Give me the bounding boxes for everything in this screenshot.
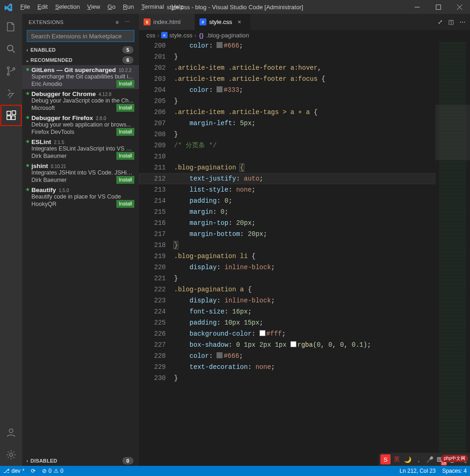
extension-item[interactable]: ★Beautify1.5.0Beautify code in place for… [22, 185, 139, 209]
extension-publisher: Microsoft [31, 105, 116, 111]
code-line[interactable]: 217 margin-bottom: 20px; [139, 229, 435, 240]
close-button[interactable] [449, 0, 470, 14]
section-disabled[interactable]: › DISABLED 0 [22, 456, 139, 466]
extensions-search-input[interactable] [27, 30, 134, 42]
section-enabled[interactable]: › ENABLED 5 [22, 45, 139, 55]
status-cursor[interactable]: Ln 212, Col 23 [397, 468, 439, 474]
code-editor[interactable]: 200 color: #666;201}202.article-item .ar… [139, 40, 435, 466]
tab-css[interactable]: #style.css× [195, 14, 251, 30]
code-line[interactable]: 220 display: inline-block; [139, 262, 435, 273]
code-line[interactable]: 214 padding: 0; [139, 195, 435, 206]
tab-html[interactable]: 5index.html× [139, 14, 195, 30]
code-line[interactable]: 227 box-shadow: 0 1px 2px 1px rgba(0, 0,… [139, 339, 435, 350]
activitybar-account[interactable] [0, 422, 22, 444]
minimap[interactable] [435, 40, 470, 466]
extension-item[interactable]: ★Debugger for Firefox2.8.0Debug your web… [22, 113, 139, 137]
activitybar-explorer[interactable] [0, 16, 22, 38]
activitybar-settings[interactable] [0, 444, 22, 466]
status-problems[interactable]: ⊘0⚠0 [39, 468, 66, 474]
extension-version: 1.5.0 [59, 188, 69, 193]
tray-icon[interactable]: 🌙 [403, 454, 413, 464]
menu-view[interactable]: View [84, 0, 104, 14]
tray-mic-icon[interactable]: 🎤 [425, 454, 435, 464]
editor-more-icon[interactable]: ⋯ [459, 18, 465, 25]
menu-file[interactable]: File [17, 0, 34, 14]
code-line[interactable]: 219.blog-pagination li { [139, 251, 435, 262]
status-spaces[interactable]: Spaces: 4 [439, 468, 470, 474]
code-line[interactable]: 224 font-size: 16px; [139, 306, 435, 317]
code-line[interactable]: 228 color: #666; [139, 350, 435, 362]
extension-item[interactable]: ★jshint0.10.21Integrates JSHint into VS … [22, 161, 139, 185]
activitybar-debug[interactable] [0, 82, 22, 104]
extension-desc: Beautify code in place for VS Code [31, 193, 134, 200]
code-line[interactable]: 226 background-color: #fff; [139, 328, 435, 339]
activitybar-scm[interactable] [0, 60, 22, 82]
maximize-button[interactable] [428, 0, 449, 14]
code-line[interactable]: 225 padding: 10px 15px; [139, 317, 435, 328]
code-line[interactable]: 223 display: inline-block; [139, 295, 435, 306]
install-button[interactable]: Install [116, 128, 134, 136]
more-icon[interactable]: ⋯ [122, 19, 133, 25]
code-line[interactable]: 230} [139, 373, 435, 384]
code-line[interactable]: 201} [139, 51, 435, 62]
activitybar-search[interactable] [0, 38, 22, 60]
extension-item[interactable]: ★GitLens — Git supercharged10.2.2Superch… [22, 65, 139, 89]
code-line[interactable]: 221} [139, 273, 435, 284]
code-line[interactable]: 207 margin-left: 5px; [139, 118, 435, 129]
breadcrumb-bar[interactable]: css› #style.css› {}.blog-pagination [139, 30, 470, 40]
install-button[interactable]: Install [116, 176, 134, 184]
install-button[interactable]: Install [116, 104, 134, 112]
install-button[interactable]: Install [116, 80, 134, 88]
activitybar-extensions[interactable] [0, 104, 22, 127]
code-line[interactable]: 205} [139, 96, 435, 107]
install-button[interactable]: Install [116, 152, 134, 160]
code-line[interactable]: 209/* 分页条 */ [139, 140, 435, 151]
menu-go[interactable]: Go [104, 0, 119, 14]
code-line[interactable]: 210 [139, 151, 435, 162]
menu-terminal[interactable]: Terminal [138, 0, 168, 14]
tab-label: index.html [153, 18, 181, 25]
code-line[interactable]: 203.article-item .article-footer a:focus… [139, 73, 435, 84]
svg-point-5 [13, 68, 15, 70]
code-line[interactable]: 215 margin: 0; [139, 206, 435, 217]
svg-rect-6 [7, 111, 11, 115]
code-line[interactable]: 229 text-decoration: none; [139, 362, 435, 373]
compare-icon[interactable]: ⤢ [438, 18, 443, 25]
extension-item[interactable]: ★ESLint2.1.5Integrates ESLint JavaScript… [22, 137, 139, 161]
code-line[interactable]: 222.blog-pagination a { [139, 284, 435, 295]
menu-run[interactable]: Run [119, 0, 138, 14]
tray-icon[interactable]: 英 [392, 454, 402, 464]
breadcrumb-file: #style.css [161, 32, 193, 39]
code-line[interactable]: 200 color: #666; [139, 40, 435, 51]
menu-edit[interactable]: Edit [34, 0, 51, 14]
section-recommended[interactable]: ⌄ RECOMMENDED 6 [22, 55, 139, 65]
code-line[interactable]: 213 list-style: none; [139, 184, 435, 195]
status-sync[interactable]: ⟳ [28, 468, 39, 474]
code-line[interactable]: 202.article-item .article-footer a:hover… [139, 62, 435, 73]
install-button[interactable]: Install [116, 200, 134, 208]
code-line[interactable]: 204 color: #333; [139, 84, 435, 96]
watermark: php中文网 [441, 455, 468, 462]
code-line[interactable]: 208} [139, 129, 435, 140]
svg-point-10 [9, 429, 13, 433]
svg-rect-8 [12, 116, 15, 120]
menu-selection[interactable]: Selection [51, 0, 83, 14]
extension-name: GitLens — Git supercharged [31, 66, 116, 73]
filter-icon[interactable]: ≡ [112, 19, 122, 25]
ime-icon[interactable]: S [380, 454, 391, 464]
tray-icon[interactable]: ‚ [414, 454, 424, 464]
code-line[interactable]: 218} [139, 240, 435, 251]
extension-item[interactable]: ★Debugger for Chrome4.12.8Debug your Jav… [22, 89, 139, 113]
status-branch[interactable]: ⎇dev* [0, 468, 28, 474]
extension-name: Beautify [31, 187, 56, 193]
code-line[interactable]: 212 text-justify: auto; [139, 173, 435, 184]
menu-bar: FileEditSelectionViewGoRunTerminalHelp [17, 0, 187, 14]
minimize-button[interactable] [406, 0, 428, 14]
close-icon[interactable]: × [238, 18, 241, 25]
code-line[interactable]: 216 margin-top: 20px; [139, 217, 435, 229]
extension-version: 4.12.8 [99, 92, 112, 97]
split-editor-icon[interactable]: ◫ [448, 18, 454, 25]
code-line[interactable]: 211.blog-pagination { [139, 162, 435, 173]
code-line[interactable]: 206.article-item .article-tags > a + a { [139, 107, 435, 118]
tab-bar: 5index.html×#style.css× ⤢ ◫ ⋯ [139, 14, 470, 30]
